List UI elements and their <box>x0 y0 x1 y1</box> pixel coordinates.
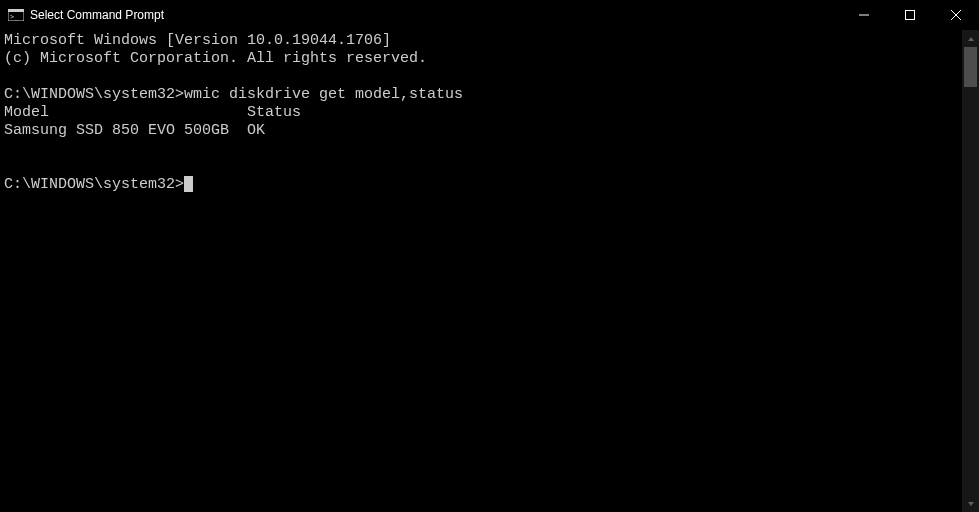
svg-marker-8 <box>968 502 974 506</box>
client-area: Microsoft Windows [Version 10.0.19044.17… <box>0 30 979 512</box>
minimize-icon <box>859 10 869 20</box>
banner-line: (c) Microsoft Corporation. All rights re… <box>4 50 427 67</box>
chevron-down-icon <box>967 500 975 508</box>
maximize-button[interactable] <box>887 0 933 30</box>
prompt-text: C:\WINDOWS\system32> <box>4 176 184 193</box>
scroll-track[interactable] <box>962 47 979 495</box>
prompt-text: C:\WINDOWS\system32> <box>4 86 184 103</box>
scroll-up-button[interactable] <box>962 30 979 47</box>
vertical-scrollbar[interactable] <box>962 30 979 512</box>
window-title: Select Command Prompt <box>30 8 164 22</box>
svg-marker-7 <box>968 37 974 41</box>
command-prompt-window: >_ Select Command Prompt Microsoft Windo… <box>0 0 979 512</box>
cmd-icon: >_ <box>8 7 24 23</box>
maximize-icon <box>905 10 915 20</box>
scroll-down-button[interactable] <box>962 495 979 512</box>
titlebar[interactable]: >_ Select Command Prompt <box>0 0 979 30</box>
output-header: Model Status <box>4 104 301 121</box>
scroll-thumb[interactable] <box>964 47 977 87</box>
minimize-button[interactable] <box>841 0 887 30</box>
command-text: wmic diskdrive get model,status <box>184 86 463 103</box>
svg-text:>_: >_ <box>10 13 19 21</box>
terminal-output[interactable]: Microsoft Windows [Version 10.0.19044.17… <box>0 30 962 512</box>
svg-rect-1 <box>8 9 24 12</box>
close-button[interactable] <box>933 0 979 30</box>
output-row: Samsung SSD 850 EVO 500GB OK <box>4 122 265 139</box>
text-cursor <box>184 176 193 192</box>
banner-line: Microsoft Windows [Version 10.0.19044.17… <box>4 32 391 49</box>
chevron-up-icon <box>967 35 975 43</box>
close-icon <box>951 10 961 20</box>
svg-rect-4 <box>906 11 915 20</box>
